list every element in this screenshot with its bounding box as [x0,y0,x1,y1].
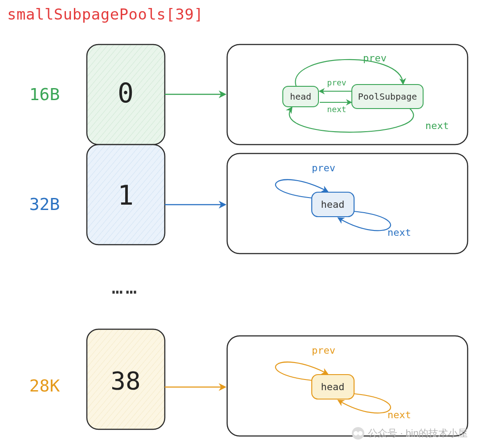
index-value: 38 [110,366,140,395]
node-head-label: head [321,381,345,392]
node-poolsubpage-label: PoolSubpage [358,91,417,102]
diagram-canvas: 16B 0 head PoolSubpage prev next prev ne… [0,0,481,448]
label-next-self: next [387,409,411,420]
row-1: 32B 1 head prev next [29,145,468,254]
size-label: 16B [29,85,60,104]
index-value: 0 [118,77,134,109]
row-2: 28K 38 head prev next [29,329,468,436]
label-next-loop: next [425,120,449,131]
label-next-short: next [327,105,346,114]
wechat-icon [352,427,364,440]
watermark-text: 公众号 · bin的技术小屋 [368,427,468,440]
label-prev-self: prev [312,345,335,356]
label-prev-self: prev [312,162,335,174]
row-0: 16B 0 head PoolSubpage prev next prev ne… [29,44,468,145]
label-prev-short: prev [327,78,346,87]
page-title: smallSubpagePools[39] [7,5,203,23]
size-label: 32B [29,194,60,214]
watermark: 公众号 · bin的技术小屋 [352,427,468,440]
node-head-label: head [321,199,345,210]
index-value: 1 [118,180,134,211]
ellipsis: …… [112,276,140,298]
label-prev-loop: prev [363,52,387,64]
label-next-self: next [387,227,411,238]
size-label: 28K [29,376,60,396]
node-head-label: head [290,91,311,102]
